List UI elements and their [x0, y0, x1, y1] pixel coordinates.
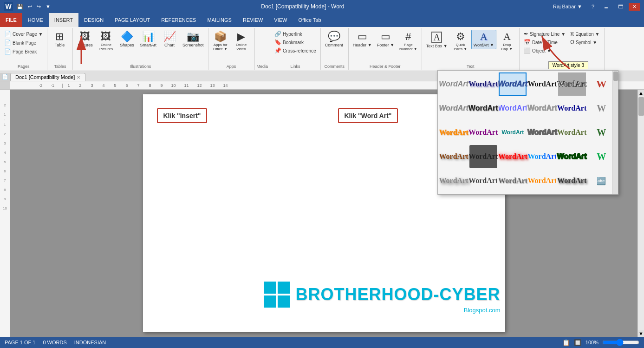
- page-break-button[interactable]: 📄Page Break: [2, 47, 45, 56]
- wordart-style-8[interactable]: WordArt: [469, 97, 497, 120]
- online-video-button[interactable]: ▶ OnlineVideo: [231, 30, 252, 53]
- layout-web-button[interactable]: 🔲: [574, 339, 582, 346]
- callout-insert: Klik "Insert": [157, 108, 208, 123]
- doc-tab-close[interactable]: ✕: [77, 75, 80, 80]
- wordart-style-16[interactable]: WordArt: [528, 121, 556, 144]
- bookmark-button[interactable]: 🔖Bookmark: [272, 38, 306, 46]
- wordart-style-7[interactable]: WordArt: [440, 97, 468, 120]
- ribbon-group-header-footer: ▭ Header ▼ ▭ Footer ▼ # PageNumber ▼ Hea…: [349, 28, 422, 70]
- wordart-style-14[interactable]: WordArt: [469, 121, 497, 144]
- wordart-style-3[interactable]: WordArt: [499, 72, 527, 96]
- object-button[interactable]: ⬜Object ▼: [521, 46, 554, 55]
- wordart-style-2[interactable]: WordArt: [469, 72, 497, 96]
- scroll-thumb[interactable]: [638, 97, 644, 116]
- wordart-style-9[interactable]: WordArt: [499, 97, 527, 120]
- wordart-scrollbar[interactable]: [612, 71, 618, 194]
- user-info[interactable]: Raj Babar ▼: [553, 4, 582, 9]
- ribbon-group-illustrations: 🖼 Pictures 🖼 OnlinePictures 🔷 Shapes 📊 S…: [73, 28, 208, 70]
- ribbon-group-media: Media: [255, 28, 271, 70]
- scroll-track[interactable]: [638, 96, 644, 330]
- wordart-style-6[interactable]: W: [587, 72, 615, 96]
- illustrations-buttons: 🖼 Pictures 🖼 OnlinePictures 🔷 Shapes 📊 S…: [74, 28, 207, 64]
- maximize-button[interactable]: 🗖: [614, 3, 627, 10]
- wordart-style-25[interactable]: WordArt: [440, 169, 468, 192]
- wordart-style-4[interactable]: WordArt: [528, 72, 556, 96]
- equation-button[interactable]: πEquation ▼: [568, 30, 602, 38]
- tab-view[interactable]: VIEW: [268, 13, 293, 27]
- quick-access-dropdown[interactable]: ▼: [44, 3, 52, 11]
- online-pictures-button[interactable]: 🖼 OnlinePictures: [96, 30, 116, 53]
- wordart-style-21[interactable]: WordArt: [499, 145, 527, 168]
- wordart-style-22[interactable]: WordArt: [528, 145, 556, 168]
- pictures-button[interactable]: 🖼 Pictures: [75, 30, 95, 49]
- tab-insert[interactable]: INSERT: [49, 13, 78, 27]
- layout-print-button[interactable]: 📋: [562, 339, 570, 346]
- comments-buttons: 💬 Comment: [322, 28, 347, 64]
- chart-button[interactable]: 📈 Chart: [159, 30, 180, 49]
- symbol-button[interactable]: ΩSymbol ▼: [568, 38, 599, 46]
- wordart-style-28[interactable]: WordArt: [528, 169, 556, 192]
- page-number-button[interactable]: # PageNumber ▼: [397, 30, 420, 53]
- tab-references[interactable]: REFERENCES: [156, 13, 202, 27]
- minimize-button[interactable]: 🗕: [600, 3, 612, 10]
- blank-page-button[interactable]: 📄Blank Page: [2, 39, 45, 47]
- cover-page-button[interactable]: 📄Cover Page ▼: [2, 30, 45, 38]
- doc-tab-doc1[interactable]: Doc1 [Compatibility Mode] ✕: [10, 73, 85, 81]
- tab-mailings[interactable]: MAILINGS: [202, 13, 237, 27]
- zoom-slider[interactable]: [602, 339, 639, 346]
- footer-button[interactable]: ▭ Footer ▼: [375, 30, 397, 49]
- wordart-style-24[interactable]: W: [587, 145, 615, 168]
- tab-home[interactable]: HOME: [22, 13, 49, 27]
- wordart-style-27[interactable]: WordArt: [499, 169, 527, 192]
- wordart-style-20[interactable]: WordArt: [469, 145, 497, 168]
- undo-button[interactable]: ↩: [26, 3, 34, 11]
- tab-file[interactable]: FILE: [0, 13, 22, 27]
- tab-design[interactable]: DESIGN: [78, 13, 109, 27]
- apps-for-office-button[interactable]: 📦 Apps forOffice ▼: [210, 30, 231, 53]
- wordart-style-11[interactable]: WordArt: [558, 97, 586, 120]
- comments-group-label: Comments: [322, 64, 347, 70]
- quick-parts-button[interactable]: ⚙ QuickParts ▼: [450, 30, 471, 53]
- scroll-down-button[interactable]: ▼: [638, 330, 644, 337]
- wordart-style-26[interactable]: WordArt: [469, 169, 497, 192]
- text-box-button[interactable]: A Text Box ▼: [424, 30, 450, 50]
- header-button[interactable]: ▭ Header ▼: [351, 30, 374, 49]
- wordart-style-10[interactable]: WordArt: [528, 97, 556, 120]
- wordart-button[interactable]: A WordArt ▼: [471, 30, 496, 49]
- wordart-style-17[interactable]: WordArt: [558, 121, 586, 144]
- hyperlink-button[interactable]: 🔗Hyperlink: [272, 30, 305, 38]
- signature-line-button[interactable]: ✒Signature Line ▼: [521, 30, 568, 38]
- wordart-style-19[interactable]: WordArt: [440, 145, 468, 168]
- wordart-style-1[interactable]: WordArt: [440, 72, 468, 96]
- table-button[interactable]: ⊞ Table: [49, 30, 70, 49]
- tab-review[interactable]: REVIEW: [237, 13, 268, 27]
- close-button[interactable]: ✕: [629, 3, 640, 11]
- ribbon-group-tables: ⊞ Table Tables: [47, 28, 73, 70]
- apps-buttons: 📦 Apps forOffice ▼ ▶ OnlineVideo: [209, 28, 254, 64]
- wordart-style-23[interactable]: WordArt: [558, 145, 586, 168]
- wordart-style-29[interactable]: WordArt: [558, 169, 586, 192]
- tab-office-tab[interactable]: Office Tab: [293, 13, 326, 27]
- links-group-label: Links: [271, 64, 319, 70]
- help-button[interactable]: ?: [588, 3, 598, 10]
- symbols-buttons: ✒Signature Line ▼ 📅Date & Time ⬜Object ▼…: [520, 28, 603, 60]
- redo-button[interactable]: ↪: [35, 3, 43, 11]
- save-button[interactable]: 💾: [15, 3, 25, 11]
- shapes-button[interactable]: 🔷 Shapes: [117, 30, 137, 49]
- wordart-style-5[interactable]: WordArt: [558, 72, 586, 96]
- wordart-style-30[interactable]: 🔤: [587, 169, 615, 192]
- smartart-button[interactable]: 📊 SmartArt: [137, 30, 159, 49]
- wordart-style-18[interactable]: W: [587, 121, 615, 144]
- wordart-style-13[interactable]: WordArt: [440, 121, 468, 144]
- status-bar-left: PAGE 1 OF 1 0 WORDS INDONESIAN: [5, 340, 106, 345]
- tab-page-layout[interactable]: PAGE LAYOUT: [109, 13, 156, 27]
- wordart-style-15[interactable]: WordArt: [499, 121, 527, 144]
- date-time-button[interactable]: 📅Date & Time: [521, 38, 560, 46]
- screenshot-button[interactable]: 📷 Screenshot: [180, 30, 206, 49]
- comment-button[interactable]: 💬 Comment: [323, 30, 345, 49]
- drop-cap-button[interactable]: A DropCap ▼: [497, 30, 517, 53]
- wordart-style-12[interactable]: W: [587, 97, 615, 120]
- vertical-scrollbar[interactable]: ▲ ▼: [637, 90, 644, 337]
- scroll-up-button[interactable]: ▲: [638, 90, 644, 96]
- cross-reference-button[interactable]: 📌Cross-reference: [272, 46, 319, 55]
